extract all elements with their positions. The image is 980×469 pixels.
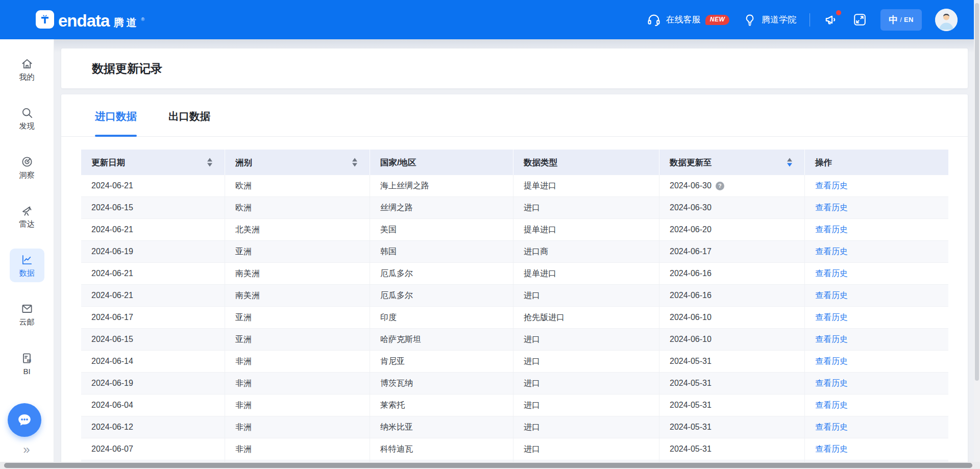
- horizontal-scrollbar-thumb[interactable]: [4, 463, 972, 468]
- svg-text:BI: BI: [27, 358, 31, 363]
- page-title-card: 数据更新记录: [61, 48, 968, 88]
- table-row: 2024-06-15亚洲哈萨克斯坦进口2024-06-10查看历史: [81, 329, 948, 351]
- view-history-link[interactable]: 查看历史: [815, 335, 848, 343]
- sort-carets-icon[interactable]: [787, 158, 792, 167]
- cell-action: 查看历史: [805, 416, 948, 438]
- column-header-updated-to[interactable]: 数据更新至: [659, 150, 805, 175]
- academy-link[interactable]: 腾道学院: [743, 13, 796, 27]
- tendata-logo[interactable]: endata 腾道 ®: [36, 10, 144, 29]
- cell-continent: 非洲: [225, 416, 370, 438]
- cell-data-type: 进口: [513, 394, 659, 416]
- sidebar-item-bi[interactable]: BI BI: [10, 347, 44, 380]
- expand-icon: [852, 12, 867, 27]
- tendata-logo-mark-icon: [36, 10, 54, 29]
- content-card: 进口数据 出口数据 更新日期洲别国家/地区数据类型数据更新至操作2024-06-…: [61, 94, 968, 469]
- cell-data-type: 进口: [513, 438, 659, 460]
- sort-carets-icon[interactable]: [352, 158, 357, 167]
- cell-country-region: 莱索托: [370, 394, 513, 416]
- online-service-link[interactable]: 在线客服 NEW: [646, 12, 730, 28]
- avatar-person-icon: [935, 9, 958, 31]
- sidebar-item-cloud-mail[interactable]: 云邮: [10, 298, 44, 331]
- sidebar-item-radar[interactable]: 雷达: [10, 200, 44, 233]
- language-toggle[interactable]: 中 / EN: [880, 9, 922, 31]
- sidebar-item-discover[interactable]: 发现: [10, 102, 44, 135]
- cell-update-date: 2024-06-21: [81, 219, 225, 240]
- lang-zh-label: 中: [889, 14, 898, 26]
- new-badge: NEW: [705, 15, 730, 25]
- cell-updated-to: 2024-06-30: [659, 197, 805, 218]
- cell-country-region: 韩国: [370, 241, 513, 262]
- cell-updated-to: 2024-06-17: [659, 241, 805, 262]
- fullscreen-button[interactable]: [852, 12, 867, 27]
- table-row: 2024-06-19亚洲韩国进口商2024-06-17查看历史: [81, 241, 948, 263]
- sidebar-item-insight[interactable]: 洞察: [10, 151, 44, 184]
- view-history-link[interactable]: 查看历史: [815, 357, 848, 365]
- sidebar-item-data[interactable]: 数据: [10, 249, 44, 282]
- cell-action: 查看历史: [805, 307, 948, 328]
- user-avatar[interactable]: [935, 9, 958, 31]
- view-history-link[interactable]: 查看历史: [815, 247, 848, 256]
- tab-import-data[interactable]: 进口数据: [95, 94, 137, 137]
- cell-continent: 非洲: [225, 394, 370, 416]
- cell-action: 查看历史: [805, 175, 948, 196]
- lang-separator: /: [900, 16, 902, 23]
- view-history-link[interactable]: 查看历史: [815, 269, 848, 278]
- column-header-update-date[interactable]: 更新日期: [81, 150, 225, 175]
- vertical-scrollbar: [974, 0, 980, 469]
- table-row: 2024-06-21北美洲美国提单进口2024-06-20查看历史: [81, 219, 948, 241]
- online-service-label: 在线客服: [666, 14, 701, 26]
- cell-update-date: 2024-06-07: [81, 438, 225, 460]
- cell-data-type: 进口: [513, 351, 659, 372]
- cell-update-date: 2024-06-14: [81, 351, 225, 372]
- cell-update-date: 2024-06-21: [81, 175, 225, 196]
- view-history-link[interactable]: 查看历史: [815, 225, 848, 234]
- help-icon[interactable]: ?: [716, 182, 724, 190]
- cell-update-date: 2024-06-21: [81, 285, 225, 306]
- sidebar: 我的 发现 洞察 雷达 数据 云邮 BI BI: [0, 39, 54, 469]
- cell-action: 查看历史: [805, 394, 948, 416]
- lightbulb-icon: [743, 13, 757, 27]
- cell-continent: 亚洲: [225, 241, 370, 262]
- cell-action: 查看历史: [805, 351, 948, 372]
- cell-continent: 欧洲: [225, 197, 370, 218]
- cell-action: 查看历史: [805, 438, 948, 460]
- view-history-link[interactable]: 查看历史: [815, 291, 848, 300]
- line-chart-icon: [20, 253, 34, 266]
- view-history-link[interactable]: 查看历史: [815, 181, 848, 190]
- horizontal-scrollbar: [0, 462, 980, 469]
- nav-divider: [810, 13, 810, 27]
- cell-country-region: 哈萨克斯坦: [370, 329, 513, 350]
- cell-continent: 亚洲: [225, 307, 370, 328]
- cell-updated-to: 2024-06-30?: [659, 175, 805, 196]
- view-history-link[interactable]: 查看历史: [815, 313, 848, 322]
- sort-carets-icon[interactable]: [207, 158, 212, 167]
- cell-country-region: 纳米比亚: [370, 416, 513, 438]
- view-history-link[interactable]: 查看历史: [815, 203, 848, 212]
- cell-country-region: 博茨瓦纳: [370, 373, 513, 394]
- announcements-button[interactable]: [823, 12, 839, 28]
- column-header-continent[interactable]: 洲别: [225, 150, 370, 175]
- column-header-action: 操作: [805, 150, 948, 175]
- page-title: 数据更新记录: [92, 61, 162, 77]
- cell-action: 查看历史: [805, 285, 948, 306]
- chat-button[interactable]: [8, 403, 41, 437]
- view-history-link[interactable]: 查看历史: [815, 423, 848, 431]
- cell-country-region: 厄瓜多尔: [370, 263, 513, 284]
- cell-data-type: 进口: [513, 285, 659, 306]
- logo-chinese: 腾道: [113, 16, 139, 29]
- view-history-link[interactable]: 查看历史: [815, 445, 848, 453]
- table-row: 2024-06-21南美洲厄瓜多尔进口2024-06-16查看历史: [81, 285, 948, 307]
- tab-export-data[interactable]: 出口数据: [168, 94, 210, 137]
- table-row: 2024-06-15欧洲丝绸之路进口2024-06-30查看历史: [81, 197, 948, 219]
- view-history-link[interactable]: 查看历史: [815, 379, 848, 387]
- sidebar-item-mine[interactable]: 我的: [10, 53, 44, 86]
- cell-action: 查看历史: [805, 329, 948, 350]
- collapse-sidebar-button[interactable]: »: [15, 442, 39, 457]
- cell-update-date: 2024-06-17: [81, 307, 225, 328]
- cell-data-type: 进口: [513, 329, 659, 350]
- vertical-scrollbar-thumb[interactable]: [975, 3, 979, 381]
- update-records-table: 更新日期洲别国家/地区数据类型数据更新至操作2024-06-21欧洲海上丝绸之路…: [81, 150, 948, 469]
- view-history-link[interactable]: 查看历史: [815, 401, 848, 409]
- cell-country-region: 丝绸之路: [370, 197, 513, 218]
- cell-data-type: 进口商: [513, 241, 659, 262]
